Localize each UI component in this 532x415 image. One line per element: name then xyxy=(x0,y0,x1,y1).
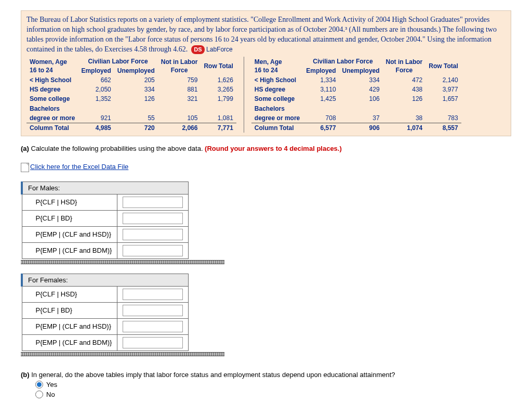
m-tot-n: 1,074 xyxy=(383,123,426,133)
women-h2: Civilian Labor Force xyxy=(78,57,157,66)
divider xyxy=(21,352,224,356)
w-r2-t: 3,265 xyxy=(201,85,236,94)
men-h3a: Not in Labor xyxy=(386,58,423,66)
m-r3-t: 1,657 xyxy=(425,94,461,103)
m-r4a: Bachelors xyxy=(251,104,303,113)
m-q1-input[interactable] xyxy=(123,197,183,208)
men-table: Men, Age16 to 24 Civilian Labor Force No… xyxy=(251,57,461,133)
w-r3-t: 1,799 xyxy=(201,94,236,103)
w-r2-l: HS degree xyxy=(26,85,78,94)
part-a-prompt: (a) Calculate the following probabilitie… xyxy=(21,145,511,152)
m-q3-input[interactable] xyxy=(123,229,183,240)
w-r2-u: 334 xyxy=(114,85,158,94)
men-h2b: Unemployed xyxy=(339,66,383,75)
women-h2a: Employed xyxy=(78,66,114,75)
m-r1-t: 2,140 xyxy=(425,75,461,85)
w-r3-e: 1,352 xyxy=(78,94,114,103)
females-answers: For Females: P{CLF | HSD} P{CLF | BD} P{… xyxy=(21,274,511,356)
radio-yes[interactable] xyxy=(35,381,43,388)
females-hdr: For Females: xyxy=(22,274,189,286)
f-q4-label: P{EMP | (CLF and BDM)} xyxy=(22,334,117,351)
women-h4: Row Total xyxy=(201,57,236,75)
m-r2-l: HS degree xyxy=(251,85,303,94)
part-a-label: (a) xyxy=(21,145,29,152)
m-q4-input[interactable] xyxy=(123,245,183,256)
m-tot-e: 6,577 xyxy=(303,123,339,133)
part-a-text: Calculate the following probabilities us… xyxy=(29,145,205,152)
m-tot-u: 906 xyxy=(339,123,383,133)
radio-yes-label: Yes xyxy=(46,381,57,388)
women-h3a: Not in Labor xyxy=(161,58,198,66)
m-r2-t: 3,977 xyxy=(425,85,461,94)
f-q3-label: P{EMP | (CLF and HSD)} xyxy=(22,318,117,334)
round-instruction: (Round your answers to 4 decimal places.… xyxy=(205,145,342,152)
women-h3b: Force xyxy=(171,67,188,74)
m-tot-l: Column Total xyxy=(251,123,303,133)
m-q4-label: P{EMP | (CLF and BDM)} xyxy=(22,242,117,258)
part-b-text: In general, do the above tables imply th… xyxy=(30,371,395,379)
m-r4-e: 708 xyxy=(303,113,339,123)
w-tot-e: 4,985 xyxy=(78,123,114,133)
w-r4-t: 1,081 xyxy=(201,113,236,123)
w-r3-l: Some college xyxy=(26,94,78,103)
f-q1-label: P{CLF | HSD} xyxy=(22,286,117,302)
w-r2-n: 881 xyxy=(158,85,201,94)
women-table: Women, Age16 to 24 Civilian Labor Force … xyxy=(26,57,236,133)
w-r4-l: degree or more xyxy=(26,113,78,123)
w-r4a: Bachelors xyxy=(26,104,78,113)
w-tot-n: 2,066 xyxy=(158,123,201,133)
table-separator xyxy=(244,57,244,133)
w-r1-u: 205 xyxy=(114,75,158,85)
radio-no-row[interactable]: No xyxy=(35,391,511,398)
men-h1b: 16 to 24 xyxy=(255,67,278,74)
men-h3b: Force xyxy=(396,67,413,74)
m-q3-label: P{EMP | (CLF and HSD)} xyxy=(22,226,117,242)
labforce-text: LabForce xyxy=(206,46,233,53)
ds-pill: DS xyxy=(191,45,204,54)
m-tot-t: 8,557 xyxy=(425,123,461,133)
w-r3-n: 321 xyxy=(158,94,201,103)
intro-box: The Bureau of Labor Statistics reports o… xyxy=(21,10,511,136)
m-r4-l: degree or more xyxy=(251,113,303,123)
men-h2: Civilian Labor Force xyxy=(303,57,382,66)
radio-no[interactable] xyxy=(35,391,43,398)
m-q2-input[interactable] xyxy=(123,213,183,224)
women-h1a: Women, Age xyxy=(30,58,67,66)
data-tables: Women, Age16 to 24 Civilian Labor Force … xyxy=(26,57,506,133)
w-tot-t: 7,771 xyxy=(201,123,236,133)
f-q3-input[interactable] xyxy=(123,321,183,332)
men-h2a: Employed xyxy=(303,66,339,75)
f-q2-label: P{CLF | BD} xyxy=(22,302,117,318)
w-r1-e: 662 xyxy=(78,75,114,85)
f-q2-input[interactable] xyxy=(123,305,183,316)
m-r3-u: 106 xyxy=(339,94,383,103)
divider xyxy=(21,260,224,264)
m-q1-label: P{CLF | HSD} xyxy=(22,194,117,210)
women-h1b: 16 to 24 xyxy=(30,67,53,74)
m-r2-u: 429 xyxy=(339,85,383,94)
radio-yes-row[interactable]: Yes xyxy=(35,381,511,388)
f-q1-input[interactable] xyxy=(123,289,183,300)
excel-link[interactable]: Click here for the Excel Data File xyxy=(30,163,128,171)
men-h1a: Men, Age xyxy=(255,58,282,66)
m-r3-l: Some college xyxy=(251,94,303,103)
w-r3-u: 126 xyxy=(114,94,158,103)
m-r2-n: 438 xyxy=(383,85,426,94)
women-h2b: Unemployed xyxy=(114,66,158,75)
males-answers: For Males: P{CLF | HSD} P{CLF | BD} P{EM… xyxy=(21,181,511,264)
m-r1-n: 472 xyxy=(383,75,426,85)
m-r3-n: 126 xyxy=(383,94,426,103)
m-r2-e: 3,110 xyxy=(303,85,339,94)
f-q4-input[interactable] xyxy=(123,337,183,348)
men-h4: Row Total xyxy=(425,57,461,75)
m-r1-e: 1,334 xyxy=(303,75,339,85)
w-r4-n: 105 xyxy=(158,113,201,123)
file-icon xyxy=(21,163,29,172)
m-q2-label: P{CLF | BD} xyxy=(22,210,117,226)
m-r4-t: 783 xyxy=(425,113,461,123)
males-hdr: For Males: xyxy=(22,181,189,194)
w-r1-l: < High School xyxy=(26,75,78,85)
m-r4-u: 37 xyxy=(339,113,383,123)
w-r1-n: 759 xyxy=(158,75,201,85)
part-b: (b) In general, do the above tables impl… xyxy=(21,371,511,398)
